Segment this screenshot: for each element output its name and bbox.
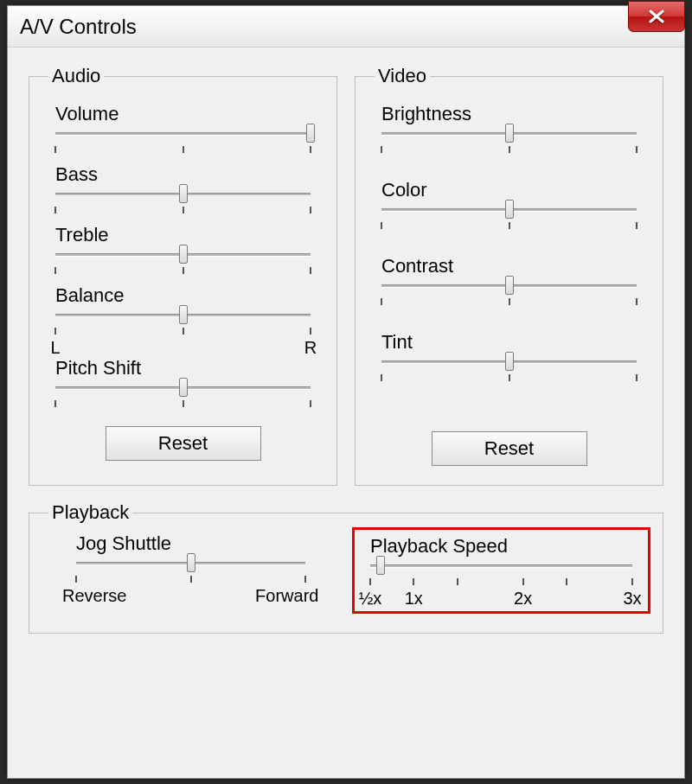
playback-speed-label: Playback Speed [370, 535, 639, 558]
audio-reset-button[interactable]: Reset [106, 426, 261, 461]
treble-slider-group: Treble [48, 224, 317, 277]
pitch-shift-thumb[interactable] [179, 378, 188, 397]
speed-2x-label: 2x [514, 589, 532, 609]
jog-shuttle-group: Jog Shuttle Reverse Forward [48, 532, 333, 609]
close-icon [648, 10, 665, 23]
video-group: Video Brightness Color [355, 65, 663, 486]
brightness-label: Brightness [381, 103, 644, 125]
playback-speed-highlight: Playback Speed [352, 527, 650, 614]
jog-forward-label: Forward [255, 586, 318, 606]
jog-shuttle-slider[interactable] [76, 557, 305, 577]
treble-thumb[interactable] [179, 245, 188, 264]
bass-label: Bass [55, 163, 317, 186]
contrast-slider-group: Contrast [375, 255, 644, 309]
color-slider-group: Color [375, 179, 644, 233]
balance-label: Balance [55, 284, 317, 307]
speed-half-label: ½x [359, 589, 382, 609]
volume-slider[interactable] [55, 127, 311, 148]
brightness-slider-group: Brightness [375, 103, 644, 156]
jog-shuttle-label: Jog Shuttle [76, 532, 333, 555]
bass-slider[interactable] [55, 188, 311, 208]
brightness-thumb[interactable] [505, 124, 514, 143]
treble-label: Treble [55, 224, 317, 246]
audio-group: Audio Volume Bass [29, 65, 337, 486]
speed-1x-label: 1x [405, 589, 423, 609]
balance-right-label: R [304, 338, 317, 358]
content-area: Audio Volume Bass [8, 48, 684, 642]
contrast-slider[interactable] [381, 279, 637, 300]
treble-slider[interactable] [55, 248, 311, 269]
tint-slider-group: Tint [375, 331, 644, 385]
contrast-label: Contrast [381, 255, 644, 277]
titlebar: A/V Controls [8, 6, 684, 48]
brightness-slider[interactable] [381, 127, 637, 148]
jog-reverse-label: Reverse [62, 586, 126, 606]
playback-speed-slider[interactable] [370, 559, 632, 580]
video-legend: Video [375, 65, 430, 87]
volume-label: Volume [55, 103, 317, 125]
balance-thumb[interactable] [179, 305, 188, 324]
speed-3x-label: 3x [623, 589, 641, 609]
av-controls-window: A/V Controls Audio Volume [7, 5, 685, 779]
color-slider[interactable] [381, 203, 637, 224]
video-reset-button[interactable]: Reset [432, 431, 587, 466]
pitch-shift-slider[interactable] [55, 381, 311, 402]
pitch-shift-slider-group: Pitch Shift [48, 357, 317, 411]
tint-label: Tint [381, 331, 644, 354]
bass-thumb[interactable] [179, 184, 188, 203]
balance-slider[interactable] [55, 309, 311, 329]
playback-group: Playback Jog Shuttle Reverse Forward [29, 501, 663, 634]
contrast-thumb[interactable] [505, 276, 514, 295]
audio-legend: Audio [48, 65, 104, 87]
close-button[interactable] [628, 1, 685, 32]
bass-slider-group: Bass [48, 163, 317, 217]
balance-left-label: L [50, 338, 60, 358]
tint-slider[interactable] [381, 355, 637, 376]
volume-thumb[interactable] [306, 124, 315, 143]
balance-slider-group: Balance L R [48, 284, 317, 357]
window-title: A/V Controls [20, 15, 137, 39]
tint-thumb[interactable] [505, 352, 514, 371]
volume-slider-group: Volume [48, 103, 317, 156]
playback-legend: Playback [48, 501, 132, 524]
playback-speed-thumb[interactable] [376, 556, 385, 575]
color-label: Color [381, 179, 644, 201]
color-thumb[interactable] [505, 200, 514, 219]
jog-shuttle-thumb[interactable] [187, 553, 195, 572]
pitch-shift-label: Pitch Shift [55, 357, 317, 379]
